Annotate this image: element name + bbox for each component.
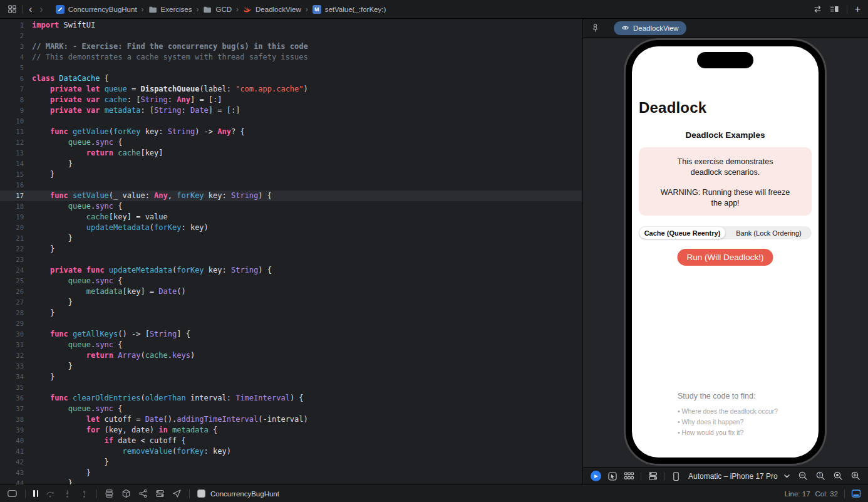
breadcrumb-separator: › — [306, 5, 308, 14]
preview-target-pill[interactable]: DeadlockView — [614, 21, 686, 35]
tab-cache-queue-reentry[interactable]: Cache (Queue Reentry) — [639, 227, 725, 239]
line-number: 3 — [0, 41, 24, 52]
code-line[interactable]: 41 removeValue(forKey: key) — [0, 446, 582, 457]
zoom-out-icon[interactable] — [798, 471, 808, 481]
code-line[interactable]: 25 queue.sync { — [0, 276, 582, 286]
code-line[interactable]: 2 — [0, 31, 582, 41]
divider — [96, 489, 97, 498]
code-text — [24, 180, 32, 191]
code-line[interactable]: 11 func getValue(forKey key: String) -> … — [0, 127, 582, 137]
code-line[interactable]: 44 } — [0, 478, 582, 484]
code-line[interactable]: 34 } — [0, 372, 582, 382]
code-line[interactable]: 37 queue.sync { — [0, 404, 582, 414]
code-line[interactable]: 20 updateMetadata(forKey: key) — [0, 222, 582, 233]
code-line[interactable]: 33 } — [0, 361, 582, 372]
code-line[interactable]: 43 } — [0, 468, 582, 478]
line-number: 5 — [0, 63, 24, 73]
add-editor-button[interactable]: + — [855, 4, 860, 14]
code-text: } — [24, 361, 73, 372]
code-text: } — [24, 233, 73, 244]
code-line[interactable]: 13 return cache[key] — [0, 148, 582, 159]
live-preview-play-button[interactable]: ▶ — [591, 471, 601, 481]
code-line[interactable]: 21 } — [0, 233, 582, 244]
code-line[interactable]: 24 private func updateMetadata(forKey ke… — [0, 265, 582, 276]
code-line[interactable]: 35 — [0, 382, 582, 393]
step-over-icon[interactable] — [46, 489, 55, 498]
code-editor[interactable]: 1import SwiftUI23// MARK: - Exercise: Fi… — [0, 19, 582, 484]
code-line[interactable]: 29 — [0, 318, 582, 329]
environment-overrides-icon[interactable] — [155, 489, 165, 498]
selectable-mode-icon[interactable] — [607, 471, 617, 481]
simulate-location-icon[interactable] — [172, 489, 182, 498]
code-line[interactable]: 40 if date < cutoff { — [0, 436, 582, 446]
code-line[interactable]: 30 func getAllKeys() -> [String] { — [0, 329, 582, 340]
zoom-fit-icon[interactable] — [834, 471, 843, 481]
pin-icon[interactable] — [591, 23, 600, 33]
zoom-in-icon[interactable] — [851, 471, 860, 481]
code-line[interactable]: 26 metadata[key] = Date() — [0, 286, 582, 297]
breadcrumb-symbol-setvalue[interactable]: M setValue(_:forKey:) — [313, 5, 386, 14]
code-text — [24, 382, 32, 393]
code-line[interactable]: 15 } — [0, 169, 582, 180]
code-line[interactable]: 31 queue.sync { — [0, 340, 582, 350]
code-line[interactable]: 39 for (key, date) in metadata { — [0, 425, 582, 436]
breadcrumb-project[interactable]: ConcurrencyBugHunt — [56, 5, 137, 14]
study-section: Study the code to find: • Where does the… — [678, 392, 778, 439]
variants-grid-icon[interactable] — [624, 471, 634, 481]
code-line[interactable]: 38 let cutoff = Date().addingTimeInterva… — [0, 414, 582, 425]
code-line[interactable]: 36 func clearOldEntries(olderThan interv… — [0, 393, 582, 404]
code-line[interactable]: 18 queue.sync { — [0, 201, 582, 212]
code-line[interactable]: 42 } — [0, 457, 582, 468]
editor-grid-icon[interactable] — [8, 4, 17, 14]
breadcrumb-file-deadlockview[interactable]: DeadlockView — [243, 5, 301, 14]
zoom-100-icon[interactable]: 1 — [816, 471, 825, 481]
device-settings-icon[interactable] — [648, 471, 658, 481]
code-line[interactable]: 4// This demonstrates a cache system wit… — [0, 52, 582, 63]
code-line[interactable]: 28 } — [0, 308, 582, 318]
code-line[interactable]: 7 private let queue = DispatchQueue(labe… — [0, 84, 582, 95]
code-line[interactable]: 1import SwiftUI — [0, 20, 582, 31]
code-line[interactable]: 5 — [0, 63, 582, 73]
code-line[interactable]: 14 } — [0, 159, 582, 169]
run-deadlock-button[interactable]: Run (Will Deadlock!) — [677, 249, 773, 266]
editor-options-icon[interactable] — [830, 4, 839, 14]
code-line[interactable]: 23 — [0, 254, 582, 265]
step-out-icon[interactable] — [80, 489, 89, 498]
code-line[interactable]: 10 — [0, 116, 582, 127]
code-line[interactable]: 22 } — [0, 244, 582, 254]
eye-icon — [621, 24, 629, 31]
line-number: 24 — [0, 265, 24, 276]
code-line[interactable]: 17 func setValue(_ value: Any, forKey ke… — [0, 191, 582, 201]
breadcrumb-folder-gcd[interactable]: GCD — [203, 5, 232, 14]
code-line[interactable]: 9 private var metadata: [String: Date] =… — [0, 105, 582, 116]
line-number: 13 — [0, 148, 24, 159]
code-line[interactable]: 27 } — [0, 297, 582, 308]
code-line[interactable]: 32 return Array(cache.keys) — [0, 350, 582, 361]
tab-bank-lock-ordering[interactable]: Bank (Lock Ordering) — [726, 226, 812, 239]
forward-chevron-icon[interactable]: › — [38, 4, 44, 14]
code-line[interactable]: 8 private var cache: [String: Any] = [:] — [0, 95, 582, 105]
study-heading: Study the code to find: — [678, 392, 778, 400]
breadcrumb-folder-exercises[interactable]: Exercises — [148, 5, 192, 14]
code-line[interactable]: 6class DataCache { — [0, 73, 582, 84]
back-chevron-icon[interactable]: ‹ — [28, 4, 33, 14]
code-line[interactable]: 3// MARK: - Exercise: Find the concurren… — [0, 41, 582, 52]
preview-canvas: DeadlockView Deadlock Deadlock Examples … — [583, 19, 868, 484]
pause-icon[interactable] — [33, 490, 38, 497]
code-line[interactable]: 12 queue.sync { — [0, 137, 582, 148]
editor-bottom-bar-icon[interactable] — [851, 489, 861, 498]
code-line[interactable]: 16 — [0, 180, 582, 191]
step-into-icon[interactable] — [63, 489, 72, 498]
related-items-swap-icon[interactable] — [813, 4, 822, 14]
chevron-down-icon[interactable] — [784, 474, 790, 478]
code-line[interactable]: 19 cache[key] = value — [0, 212, 582, 222]
view-hierarchy-icon[interactable] — [105, 489, 114, 498]
line-number: 14 — [0, 159, 24, 169]
debug-area-icon[interactable] — [7, 489, 18, 498]
network-share-icon[interactable] — [138, 489, 148, 498]
device-selector[interactable]: Automatic – iPhone 17 Pro — [688, 472, 778, 481]
divider — [22, 5, 23, 14]
line-number: 43 — [0, 468, 24, 478]
code-text: // MARK: - Exercise: Find the concurrenc… — [24, 41, 308, 52]
memory-graph-icon[interactable] — [121, 489, 131, 498]
